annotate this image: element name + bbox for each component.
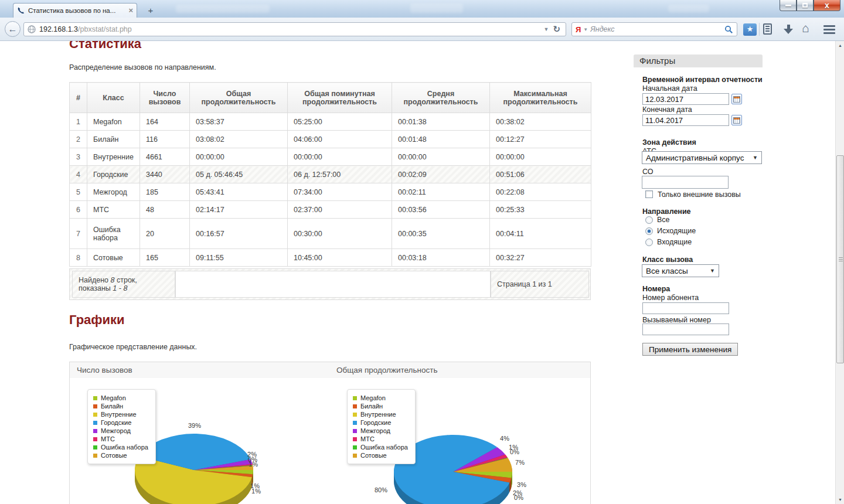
tab-close-icon[interactable]: × bbox=[128, 7, 133, 14]
table-row[interactable]: 3Внутренние466100:00:0000:00:0000:00:000… bbox=[70, 148, 591, 166]
scroll-up-icon[interactable]: ▲ bbox=[836, 41, 844, 50]
column-header: Средня продолжительность bbox=[392, 83, 490, 113]
table-cell: 116 bbox=[140, 131, 190, 148]
table-row[interactable]: 5Межгород18505:43:4107:34:0000:02:1100:2… bbox=[70, 183, 591, 201]
close-icon: x bbox=[825, 2, 829, 9]
legend-swatch-icon bbox=[93, 413, 97, 417]
table-cell: Внутренние bbox=[87, 148, 140, 166]
column-header: # bbox=[70, 83, 87, 113]
pie-chart-calls: MegafonБилайнВнутренниеГородскиеМежгород… bbox=[69, 378, 330, 504]
end-date-input[interactable] bbox=[642, 114, 729, 126]
radio-label: Входящие bbox=[657, 238, 692, 246]
ats-select[interactable]: Административный корпус ▼ bbox=[642, 151, 762, 164]
table-cell: 00:51:06 bbox=[490, 166, 591, 183]
radio-selected-icon[interactable] bbox=[645, 227, 653, 235]
class-select-value: Все классы bbox=[646, 267, 688, 275]
table-cell: МТС bbox=[87, 201, 140, 219]
browser-window: Статистика вызовов по на... × + x ← 192.… bbox=[0, 0, 844, 504]
co-input[interactable] bbox=[642, 176, 729, 189]
radio-icon[interactable] bbox=[645, 239, 653, 246]
direction-option-3[interactable]: Входящие bbox=[645, 238, 692, 246]
legend-swatch-icon bbox=[353, 454, 357, 458]
pie-chart-duration: MegafonБилайнВнутренниеГородскиеМежгород… bbox=[329, 378, 591, 504]
chevron-down-icon: ▼ bbox=[753, 155, 758, 161]
legend-item: Городские bbox=[353, 418, 408, 427]
table-cell: 06 д. 12:57:00 bbox=[288, 166, 392, 183]
table-row[interactable]: 6МТС4802:14:1702:37:0000:03:5600:25:33 bbox=[70, 201, 591, 219]
scrollbar-thumb[interactable] bbox=[836, 155, 844, 363]
close-button[interactable]: x bbox=[814, 0, 840, 11]
called-number-input[interactable] bbox=[642, 323, 729, 335]
page-info: Страница 1 из 1 bbox=[497, 280, 583, 288]
bookmarks-menu-icon[interactable] bbox=[763, 23, 772, 35]
table-cell: 00:02:09 bbox=[392, 166, 490, 183]
scroll-down-icon[interactable]: ▼ bbox=[836, 495, 844, 504]
legend-label: Ошибка набора bbox=[101, 444, 148, 451]
subscriber-number-input[interactable] bbox=[642, 302, 729, 314]
table-row[interactable]: 4Городские344005 д. 05:46:4506 д. 12:57:… bbox=[70, 166, 591, 183]
browser-tab[interactable]: Статистика вызовов по на... × bbox=[13, 3, 137, 18]
radio-icon[interactable] bbox=[645, 216, 653, 224]
table-cell: 00:00:00 bbox=[288, 148, 392, 166]
table-cell: 03:58:37 bbox=[190, 113, 288, 131]
end-date-label: Конечная дата bbox=[642, 105, 692, 114]
table-cell: 4 bbox=[70, 166, 87, 183]
maximize-button[interactable] bbox=[797, 0, 814, 11]
table-cell: 00:00:00 bbox=[490, 148, 591, 166]
rows-found-cell: Найдено 8 строк, показаны 1 - 8 bbox=[72, 271, 175, 298]
url-text[interactable]: 192.168.1.3/pbxstat/stat.php bbox=[39, 25, 542, 33]
table-row[interactable]: 1Megafon16403:58:3705:25:0000:01:3800:38… bbox=[70, 113, 591, 131]
table-cell: 1 bbox=[70, 113, 87, 131]
reload-icon[interactable]: ↻ bbox=[551, 24, 562, 35]
time-interval-section-label: Временной интервал отчетности bbox=[642, 76, 763, 84]
search-box[interactable]: Я ▼ bbox=[571, 22, 737, 36]
start-date-input[interactable] bbox=[642, 93, 729, 105]
external-only-checkbox[interactable] bbox=[645, 190, 653, 198]
minimize-button[interactable] bbox=[780, 0, 797, 11]
class-select[interactable]: Все классы ▼ bbox=[642, 264, 719, 277]
legend-item: Ошибка набора bbox=[353, 443, 408, 451]
end-date-calendar-button[interactable] bbox=[731, 115, 742, 125]
start-date-calendar-button[interactable] bbox=[731, 94, 742, 104]
legend-item: Сотовые bbox=[353, 451, 408, 459]
titlebar-glass-artifact bbox=[176, 5, 270, 13]
home-icon[interactable]: ⌂ bbox=[802, 21, 809, 35]
search-input[interactable] bbox=[590, 25, 724, 33]
table-cell: 165 bbox=[140, 249, 190, 267]
pager-cell bbox=[175, 271, 491, 298]
new-tab-button[interactable]: + bbox=[143, 5, 158, 16]
table-row[interactable]: 7Ошибка набора2000:16:5700:30:0000:00:35… bbox=[70, 219, 591, 249]
direction-option-2[interactable]: Исходящие bbox=[645, 227, 696, 235]
address-bar[interactable]: 192.168.1.3/pbxstat/stat.php ▼ ↻ bbox=[23, 22, 566, 36]
legend-label: Ошибка набора bbox=[360, 444, 408, 451]
downloads-icon[interactable] bbox=[784, 25, 793, 34]
apply-button[interactable]: Применить изменения bbox=[642, 343, 738, 356]
titlebar-glass-artifact bbox=[410, 4, 463, 13]
table-cell: 00:03:18 bbox=[392, 249, 490, 267]
engine-dropdown-icon[interactable]: ▼ bbox=[583, 27, 588, 32]
legend-item: Megafon bbox=[93, 394, 148, 402]
table-cell: 00:30:00 bbox=[288, 219, 392, 249]
table-cell: 05:25:00 bbox=[288, 113, 392, 131]
bookmark-star-icon[interactable]: ★ bbox=[743, 23, 757, 36]
table-cell: 00:25:33 bbox=[490, 201, 591, 219]
table-row[interactable]: 2Билайн11603:08:0204:06:0000:01:4800:12:… bbox=[70, 131, 591, 148]
ats-select-value: Административный корпус bbox=[646, 154, 744, 162]
yandex-engine-icon[interactable]: Я bbox=[576, 25, 581, 34]
scrollbar[interactable]: ▲ ▼ bbox=[835, 41, 844, 504]
table-row[interactable]: 8Сотовые16509:11:5510:45:0000:03:1800:32… bbox=[70, 249, 591, 267]
direction-option-1[interactable]: Все bbox=[645, 216, 670, 224]
legend-swatch-icon bbox=[353, 413, 357, 417]
url-path: /pbxstat/stat.php bbox=[78, 25, 132, 33]
menu-icon[interactable] bbox=[823, 25, 835, 36]
urlbar-dropdown-icon[interactable]: ▼ bbox=[542, 26, 552, 32]
legend-swatch-icon bbox=[93, 454, 97, 458]
legend-swatch-icon bbox=[93, 396, 97, 400]
external-only-label: Только внешние вызовы bbox=[658, 190, 741, 199]
stats-intro: Распределение вызовов по направлениям. bbox=[69, 63, 216, 71]
legend-swatch-icon bbox=[93, 445, 97, 449]
table-cell: 6 bbox=[70, 201, 87, 219]
search-icon[interactable] bbox=[724, 25, 733, 34]
back-button[interactable]: ← bbox=[5, 21, 21, 37]
table-cell: 00:04:11 bbox=[490, 219, 591, 249]
